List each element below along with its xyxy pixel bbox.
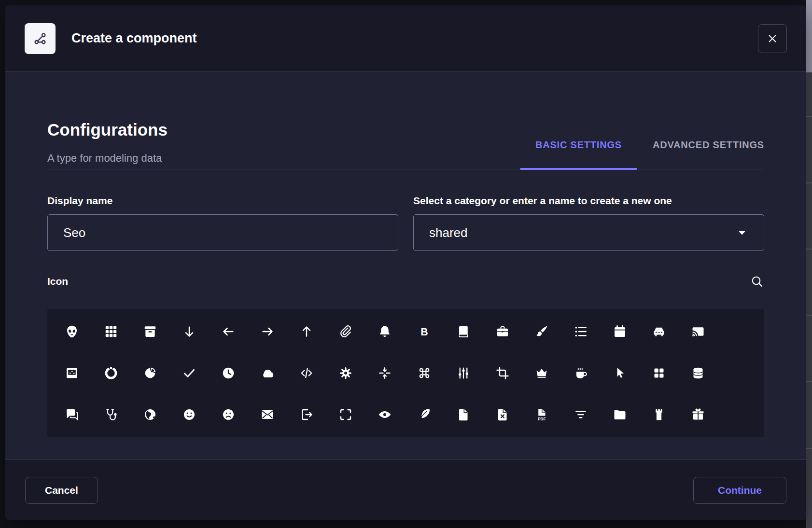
icon-arrow-up[interactable] (287, 311, 326, 352)
icon-briefcase[interactable] (483, 311, 522, 352)
background-row-divider (806, 249, 812, 250)
icon-envelop[interactable] (248, 394, 287, 435)
icon-eye[interactable] (365, 394, 405, 435)
icon-bullet-list[interactable] (561, 311, 601, 352)
modal-footer: Cancel Continue (5, 459, 806, 520)
category-select-value: shared (429, 225, 468, 240)
icon-file-pdf[interactable]: PDF (522, 394, 561, 435)
modal-title: Create a component (71, 31, 197, 46)
icon-chart-bubble[interactable] (52, 352, 91, 394)
icon-alien[interactable] (52, 311, 91, 352)
icon-crop[interactable] (483, 352, 522, 394)
icon-cup[interactable] (561, 352, 601, 394)
icon-book[interactable] (444, 311, 483, 352)
configurations-header: Configurations A type for modeling data … (47, 120, 764, 169)
icon-calendar[interactable] (601, 311, 640, 352)
icon-car[interactable] (640, 311, 679, 352)
icon-bell[interactable] (365, 311, 405, 352)
icon-filter[interactable] (561, 394, 601, 435)
icon-connector[interactable] (444, 352, 483, 394)
close-icon (767, 33, 778, 44)
create-component-modal: Create a component Configurations A type… (5, 5, 806, 520)
continue-button[interactable]: Continue (693, 477, 786, 504)
icon-cloud[interactable] (248, 352, 287, 394)
section-heading: Configurations (47, 120, 168, 140)
icon-gift[interactable] (679, 394, 718, 435)
icon-grid: BPDF (47, 309, 764, 437)
search-icon[interactable] (750, 274, 764, 289)
icon-apps[interactable] (91, 311, 130, 352)
close-button[interactable] (758, 24, 787, 53)
tab-advanced-settings[interactable]: ADVANCED SETTINGS (637, 139, 764, 169)
icon-chart-circle[interactable] (91, 352, 130, 394)
page-scrollbar-thumb[interactable] (806, 0, 812, 72)
background-row-divider (806, 315, 812, 316)
form-row: Display name Select a category or enter … (47, 195, 764, 251)
category-label: Select a category or enter a name to cre… (413, 195, 764, 207)
icon-emotion-happy[interactable] (169, 394, 209, 435)
background-row-divider (806, 182, 812, 183)
icon-chart-pie[interactable] (130, 352, 169, 394)
icon-check[interactable] (169, 352, 209, 394)
icon-expand[interactable] (326, 394, 365, 435)
icon-picker-header: Icon (47, 274, 764, 289)
icon-dashboard[interactable] (640, 352, 679, 394)
cancel-button[interactable]: Cancel (25, 477, 98, 504)
category-select[interactable]: shared (413, 214, 764, 251)
icon-file[interactable] (444, 394, 483, 435)
background-row-divider (806, 381, 812, 382)
display-name-input[interactable] (47, 214, 398, 251)
icon-earth[interactable] (130, 394, 169, 435)
icon-exit[interactable] (287, 394, 326, 435)
svg-text:B: B (420, 326, 428, 338)
icon-code[interactable] (287, 352, 326, 394)
background-row-divider (806, 116, 812, 117)
tab-basic-settings[interactable]: BASIC SETTINGS (520, 139, 637, 169)
icon-archive[interactable] (130, 311, 169, 352)
icon-cog[interactable] (326, 352, 365, 394)
icon-emotion-unhappy[interactable] (209, 394, 248, 435)
icon-crown[interactable] (522, 352, 561, 394)
icon-arrow-left[interactable] (209, 311, 248, 352)
modal-header: Create a component (5, 5, 806, 72)
icon-arrow-right[interactable] (248, 311, 287, 352)
icon-brush[interactable] (522, 311, 561, 352)
background-row-divider (806, 448, 812, 449)
display-name-label: Display name (47, 195, 398, 207)
page-scrollbar[interactable] (806, 0, 812, 528)
configurations-text: Configurations A type for modeling data (47, 120, 168, 169)
icon-doctor[interactable] (91, 394, 130, 435)
icon-attachment[interactable] (326, 311, 365, 352)
component-icon (25, 23, 56, 54)
icon-folder[interactable] (601, 394, 640, 435)
icon-cast[interactable] (679, 311, 718, 352)
display-name-field: Display name (47, 195, 398, 251)
icon-bold[interactable]: B (405, 311, 444, 352)
icon-file-error[interactable] (483, 394, 522, 435)
icon-arrow-down[interactable] (169, 311, 209, 352)
icon-picker-label: Icon (47, 275, 68, 288)
modal-body: Configurations A type for modeling data … (5, 72, 806, 459)
icon-clock[interactable] (209, 352, 248, 394)
settings-tabs: BASIC SETTINGS ADVANCED SETTINGS (520, 139, 764, 169)
icon-cursor[interactable] (601, 352, 640, 394)
icon-discuss[interactable] (52, 394, 91, 435)
icon-gate[interactable] (640, 394, 679, 435)
icon-feather[interactable] (405, 394, 444, 435)
chevron-down-icon (736, 226, 748, 239)
svg-text:PDF: PDF (538, 417, 546, 421)
icon-database[interactable] (679, 352, 718, 394)
icon-collapse[interactable] (365, 352, 405, 394)
icon-command[interactable] (405, 352, 444, 394)
section-subheading: A type for modeling data (47, 152, 168, 165)
category-field: Select a category or enter a name to cre… (413, 195, 764, 251)
